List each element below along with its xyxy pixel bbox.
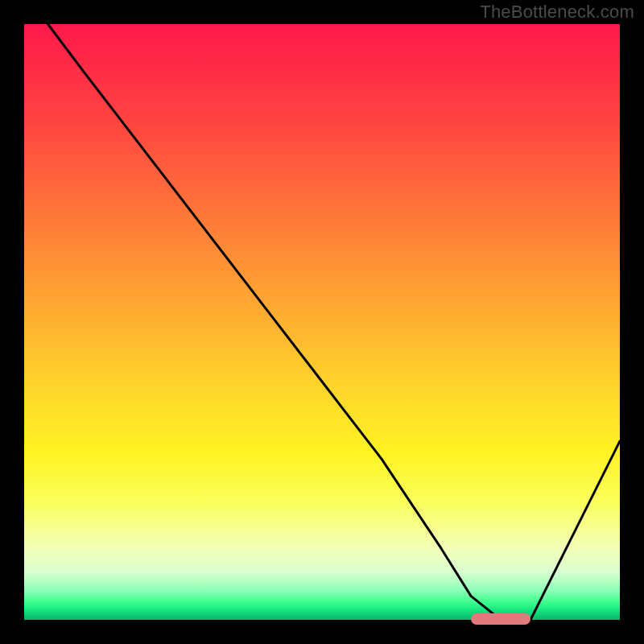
bottleneck-curve-path [48, 24, 620, 620]
plot-area [24, 24, 620, 620]
watermark-text: TheBottleneck.com [480, 2, 634, 23]
optimal-range-marker [471, 613, 530, 625]
chart-container: TheBottleneck.com [0, 0, 644, 644]
curve-layer [24, 24, 620, 620]
